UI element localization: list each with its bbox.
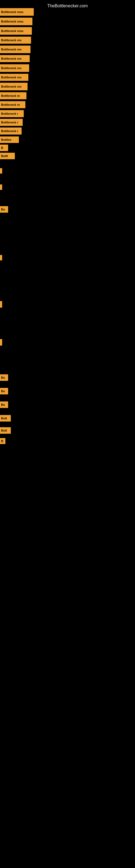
- bar-item: Bott: [0, 427, 11, 434]
- bar-item: Bottlen: [0, 136, 19, 143]
- bar-item: [0, 184, 2, 190]
- bar-item: Bottleneck res: [0, 83, 28, 90]
- bar-item: Bottl: [0, 153, 15, 159]
- bar-item: Bottleneck r: [0, 110, 24, 117]
- bar-item: Bott: [0, 415, 11, 422]
- bar-item: Bottleneck r: [0, 119, 23, 126]
- bar-item: Bottleneck res: [0, 37, 31, 44]
- bar-item: Bottleneck res: [0, 55, 30, 62]
- bar-item: Bo: [0, 388, 8, 394]
- bar-item: Bottleneck re: [0, 101, 26, 108]
- bar-item: Bottleneck re: [0, 92, 27, 99]
- bar-item: Bo: [0, 401, 8, 408]
- bar-item: Bottleneck resu: [0, 27, 32, 35]
- bar-item: B: [0, 438, 5, 444]
- bar-item: Bo: [0, 374, 8, 381]
- bar-item: Bottleneck resu: [0, 8, 34, 16]
- bar-item: [0, 168, 2, 174]
- bar-item: B: [0, 145, 8, 151]
- bar-item: Bottleneck res: [0, 45, 31, 53]
- bar-item: Bottleneck resu: [0, 18, 32, 25]
- bar-item: Bottleneck res: [0, 64, 29, 72]
- bar-item: Bo: [0, 206, 8, 213]
- bar-item: [0, 301, 2, 308]
- bar-item: Bottleneck r: [0, 127, 21, 134]
- bar-item: [0, 255, 2, 260]
- bar-item: Bottleneck res: [0, 74, 28, 81]
- bar-item: [0, 339, 2, 346]
